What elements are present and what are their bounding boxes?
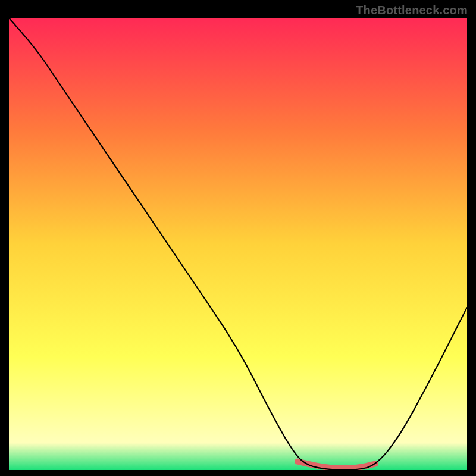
watermark-text: TheBottleneck.com	[356, 4, 468, 17]
bottleneck-chart	[9, 18, 467, 470]
plot-area	[9, 18, 467, 470]
chart-container: TheBottleneck.com	[0, 0, 476, 476]
gradient-background	[9, 18, 467, 470]
